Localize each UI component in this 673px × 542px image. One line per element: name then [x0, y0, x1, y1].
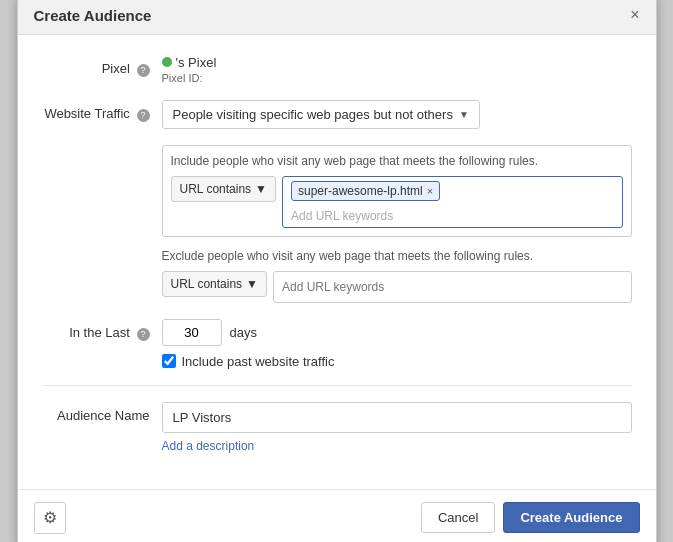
exclude-url-input[interactable]: [273, 271, 632, 303]
include-url-row: URL contains ▼ super-awesome-lp.html × A…: [171, 176, 623, 228]
audience-name-content: Add a description: [162, 402, 632, 453]
divider: [42, 385, 632, 386]
in-the-last-content: days Include past website traffic: [162, 319, 632, 369]
exclude-rule-section: Exclude people who visit any web page th…: [162, 249, 632, 303]
pixel-content: 's Pixel Pixel ID:: [162, 55, 632, 84]
days-unit-label: days: [230, 325, 257, 340]
include-url-contains-dropdown[interactable]: URL contains ▼: [171, 176, 276, 202]
chevron-down-icon: ▼: [246, 277, 258, 291]
exclude-rule-description: Exclude people who visit any web page th…: [162, 249, 632, 263]
exclude-url-contains-dropdown[interactable]: URL contains ▼: [162, 271, 267, 297]
website-traffic-row: Website Traffic ? People visiting specif…: [42, 100, 632, 129]
include-url-tag: super-awesome-lp.html ×: [291, 181, 440, 201]
include-past-traffic-label: Include past website traffic: [182, 354, 335, 369]
pixel-status-dot: [162, 57, 172, 67]
footer-actions: Cancel Create Audience: [421, 502, 640, 533]
pixel-label: Pixel ?: [42, 55, 162, 77]
close-button[interactable]: ×: [630, 7, 639, 23]
audience-name-row: Audience Name Add a description: [42, 402, 632, 453]
modal-title: Create Audience: [34, 7, 152, 24]
chevron-down-icon: ▼: [255, 182, 267, 196]
in-the-last-row: In the Last ? days Include past website …: [42, 319, 632, 369]
include-rule-description: Include people who visit any web page th…: [171, 154, 623, 168]
days-input[interactable]: [162, 319, 222, 346]
include-past-traffic-row: Include past website traffic: [162, 354, 632, 369]
exclude-url-row: URL contains ▼: [162, 271, 632, 303]
modal-body: Pixel ? 's Pixel Pixel ID:: [18, 35, 656, 489]
chevron-down-icon: ▼: [459, 109, 469, 120]
pixel-info-icon[interactable]: ?: [137, 64, 150, 77]
pixel-id-row: Pixel ID:: [162, 72, 632, 84]
tag-remove-icon[interactable]: ×: [427, 185, 433, 197]
cancel-button[interactable]: Cancel: [421, 502, 495, 533]
website-traffic-dropdown[interactable]: People visiting specific web pages but n…: [162, 100, 480, 129]
audience-name-label: Audience Name: [42, 402, 162, 423]
include-rule-section: Include people who visit any web page th…: [162, 145, 632, 237]
gear-icon: ⚙: [43, 508, 57, 527]
website-traffic-info-icon[interactable]: ?: [137, 109, 150, 122]
in-the-last-label: In the Last ?: [42, 319, 162, 341]
website-traffic-label: Website Traffic ?: [42, 100, 162, 122]
add-description-link[interactable]: Add a description: [162, 439, 632, 453]
pixel-name: 's Pixel: [176, 55, 217, 70]
include-url-placeholder: Add URL keywords: [291, 209, 614, 223]
in-the-last-info-icon[interactable]: ?: [137, 328, 150, 341]
include-rule-box: Include people who visit any web page th…: [162, 145, 632, 237]
modal-overlay: Create Audience × Pixel ? 's Pixel: [0, 0, 673, 542]
modal-footer: ⚙ Cancel Create Audience: [18, 489, 656, 543]
audience-name-input[interactable]: [162, 402, 632, 433]
create-audience-modal: Create Audience × Pixel ? 's Pixel: [17, 0, 657, 542]
days-row: days: [162, 319, 632, 346]
website-traffic-content: People visiting specific web pages but n…: [162, 100, 632, 129]
include-url-input-area[interactable]: super-awesome-lp.html × Add URL keywords: [282, 176, 623, 228]
pixel-info: 's Pixel: [162, 55, 632, 70]
pixel-row: Pixel ? 's Pixel Pixel ID:: [42, 55, 632, 84]
create-audience-button[interactable]: Create Audience: [503, 502, 639, 533]
include-past-traffic-checkbox[interactable]: [162, 354, 176, 368]
gear-button[interactable]: ⚙: [34, 502, 66, 534]
modal-header: Create Audience ×: [18, 0, 656, 35]
